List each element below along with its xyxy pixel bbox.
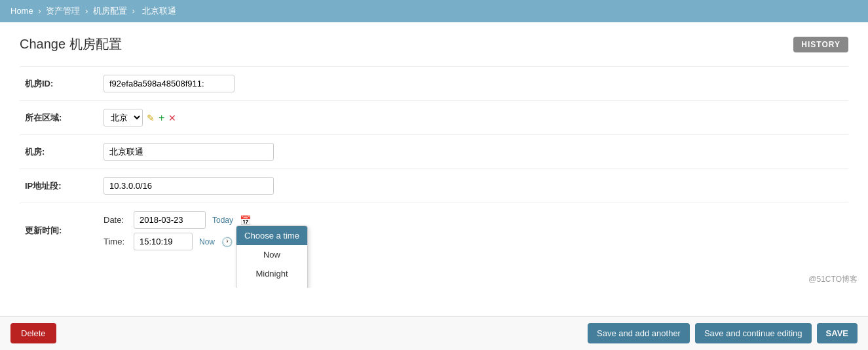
now-button[interactable]: Now [197, 236, 217, 248]
breadcrumb: Home › 资产管理 › 机房配置 › 北京联通 [0, 0, 868, 22]
page-title: Change 机房配置 [20, 35, 122, 53]
clock-icon[interactable]: 🕐 [221, 237, 233, 247]
calendar-icon[interactable]: 📅 [240, 215, 251, 225]
breadcrumb-sep2: › [85, 6, 88, 16]
edit-region-icon[interactable]: ✎ [147, 113, 155, 123]
time-picker-header: Choose a time [236, 226, 307, 245]
watermark: @51CTO博客 [0, 271, 868, 288]
field-id-cell [98, 67, 848, 101]
form-row-id: 机房ID: [20, 67, 848, 101]
form-row-ip: IP地址段: [20, 169, 848, 203]
field-machine-cell [98, 135, 848, 169]
input-ip[interactable] [104, 177, 274, 195]
date-label: Date: [104, 215, 130, 225]
input-date[interactable] [134, 211, 206, 229]
breadcrumb-sep1: › [38, 6, 41, 16]
form-row-region: 所在区域: 北京 ✎ + ✕ [20, 101, 848, 135]
time-option-midnight[interactable]: Midnight [236, 264, 307, 283]
today-button[interactable]: Today [210, 214, 236, 226]
breadcrumb-level1[interactable]: 资产管理 [46, 6, 80, 16]
field-ip-cell [98, 169, 848, 203]
form-row-machine: 机房: [20, 135, 848, 169]
label-time: 更新时间: [20, 203, 98, 259]
field-region-cell: 北京 ✎ + ✕ [98, 101, 848, 135]
label-region: 所在区域: [20, 101, 98, 135]
time-option-now[interactable]: Now [236, 245, 307, 264]
select-region[interactable]: 北京 [104, 109, 143, 126]
breadcrumb-home[interactable]: Home [10, 6, 33, 16]
form-table: 机房ID: 所在区域: 北京 ✎ + ✕ 机房: [20, 66, 848, 258]
time-label: Time: [104, 237, 130, 246]
delete-region-icon[interactable]: ✕ [168, 113, 176, 123]
input-id[interactable] [104, 75, 235, 92]
input-machine[interactable] [104, 143, 274, 161]
breadcrumb-sep3: › [132, 6, 135, 16]
time-picker-popup: Choose a time Now Midnight 6 a.m. Noon 6… [236, 225, 308, 288]
field-time-cell: Date: Today 📅 Time: Now 🕐 [98, 203, 848, 259]
breadcrumb-level2[interactable]: 机房配置 [93, 6, 127, 16]
label-machine: 机房: [20, 135, 98, 169]
time-option-6am[interactable]: 6 a.m. [236, 283, 307, 288]
label-id: 机房ID: [20, 67, 98, 101]
label-ip: IP地址段: [20, 169, 98, 203]
input-time[interactable] [134, 233, 193, 250]
breadcrumb-current: 北京联通 [142, 6, 176, 16]
history-button[interactable]: HISTORY [793, 37, 848, 52]
form-row-time: 更新时间: Date: Today 📅 Time: Now 🕐 [20, 203, 848, 259]
add-region-icon[interactable]: + [159, 112, 164, 124]
